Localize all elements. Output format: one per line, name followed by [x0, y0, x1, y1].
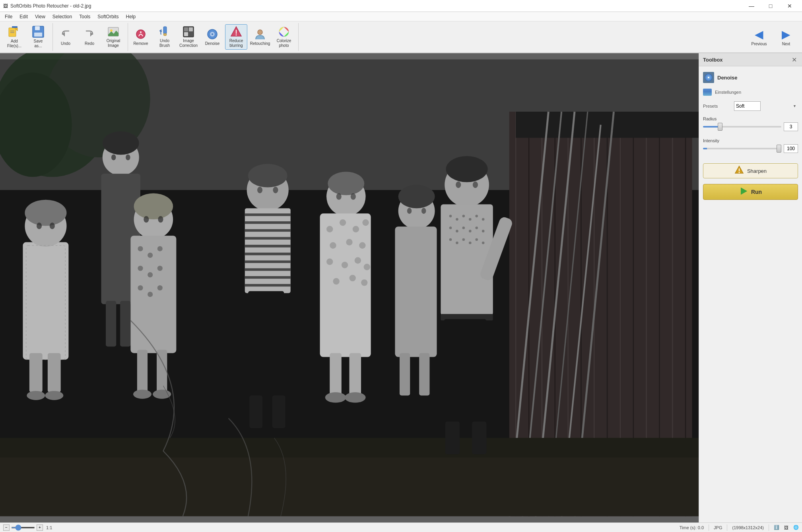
- next-icon: ▶: [782, 28, 790, 41]
- colorize-photo-button[interactable]: Colorizephoto: [273, 24, 295, 50]
- svg-point-176: [738, 172, 740, 173]
- run-label: Run: [751, 189, 762, 195]
- denoise-icon-toolbar: [206, 28, 219, 41]
- status-left: − + 1:1: [3, 524, 52, 531]
- previous-button[interactable]: ◀ Previous: [746, 24, 772, 50]
- menu-view[interactable]: View: [32, 13, 49, 21]
- remove-icon: [134, 28, 147, 41]
- retouching-icon: [254, 28, 266, 41]
- svg-point-13: [140, 31, 142, 33]
- toolbox-panel: Toolbox ✕ Denoise Einstellungen: [699, 53, 802, 522]
- original-image-icon: [107, 26, 120, 38]
- undo-brush-button[interactable]: UndoBrush: [153, 24, 176, 50]
- menu-edit[interactable]: Edit: [16, 13, 31, 21]
- reduce-blurring-icon: [230, 26, 243, 38]
- maximize-button[interactable]: □: [761, 0, 780, 12]
- menu-softorbits[interactable]: SoftOrbits: [94, 13, 122, 21]
- share-icon-2[interactable]: 🌐: [793, 525, 799, 530]
- redo-icon: [83, 28, 96, 41]
- remove-button[interactable]: Remove: [130, 24, 152, 50]
- image-correction-label: ImageCorrection: [179, 39, 198, 48]
- next-label: Next: [782, 42, 790, 46]
- time-label: Time (s): 0.0: [680, 525, 704, 530]
- preset-select-wrapper[interactable]: Soft Medium Strong Custom: [734, 101, 798, 111]
- retouching-label: Retouching: [250, 41, 270, 46]
- svg-rect-6: [35, 26, 40, 30]
- svg-rect-20: [184, 32, 188, 36]
- menu-selection[interactable]: Selection: [49, 13, 75, 21]
- sharpen-label: Sharpen: [747, 168, 767, 174]
- previous-label: Previous: [752, 42, 767, 46]
- svg-point-15: [163, 33, 167, 36]
- radius-slider[interactable]: [703, 126, 781, 128]
- svg-rect-170: [0, 60, 699, 516]
- intensity-slider-row: 100: [703, 144, 798, 153]
- toolbar-group-file: AddFile(s)... Saveas...: [3, 23, 53, 51]
- denoise-label-toolbar: Denoise: [205, 41, 220, 46]
- zoom-out-button[interactable]: −: [3, 524, 10, 531]
- run-button[interactable]: Run: [703, 184, 798, 200]
- status-bar: − + 1:1 Time (s): 0.0 JPG (1998x1312x24)…: [0, 522, 802, 532]
- presets-label: Presets: [703, 104, 731, 108]
- denoise-section-header: Denoise: [703, 70, 798, 85]
- status-divider-1: [709, 524, 709, 531]
- toolbar-group-edit: Undo Redo OriginalImage: [54, 23, 128, 51]
- remove-label: Remove: [133, 41, 148, 46]
- einstellungen-label: Einstellungen: [715, 90, 741, 95]
- minimize-button[interactable]: —: [742, 0, 761, 12]
- svg-rect-14: [163, 27, 167, 34]
- svg-rect-0: [9, 28, 16, 37]
- title-controls: — □ ✕: [742, 0, 799, 12]
- menu-help[interactable]: Help: [123, 13, 139, 21]
- previous-icon: ◀: [755, 28, 763, 41]
- radius-slider-row: 3: [703, 122, 798, 131]
- svg-point-173: [708, 77, 709, 78]
- intensity-slider[interactable]: [703, 148, 781, 149]
- add-files-button[interactable]: AddFile(s)...: [3, 24, 25, 50]
- preset-select[interactable]: Soft Medium Strong Custom: [734, 101, 761, 111]
- save-as-icon: [32, 25, 45, 38]
- close-button[interactable]: ✕: [781, 0, 799, 12]
- next-button[interactable]: ▶ Next: [773, 24, 799, 50]
- image-area[interactable]: [0, 53, 699, 522]
- menu-tools[interactable]: Tools: [76, 13, 93, 21]
- run-icon: [739, 187, 748, 197]
- denoise-button[interactable]: Denoise: [201, 24, 223, 50]
- redo-button[interactable]: Redo: [78, 24, 101, 50]
- redo-label: Redo: [85, 41, 94, 46]
- content-area: Toolbox ✕ Denoise Einstellungen: [0, 53, 802, 522]
- toolbox-title: Toolbox: [703, 57, 723, 63]
- toolbox-close-button[interactable]: ✕: [790, 56, 798, 64]
- svg-point-28: [258, 30, 262, 35]
- zoom-in-button[interactable]: +: [37, 524, 43, 531]
- toolbox-content: Denoise Einstellungen Presets Soft Mediu…: [699, 66, 802, 204]
- intensity-value[interactable]: 100: [784, 144, 798, 153]
- app-icon: 🖼: [3, 3, 8, 9]
- menu-file[interactable]: File: [2, 13, 16, 21]
- title-left: 🖼 SoftOrbits Photo Retoucher - old-2.jpg: [3, 3, 91, 9]
- radius-section: Radius 3: [703, 116, 798, 131]
- add-files-icon: [8, 25, 21, 38]
- presets-icon: [703, 89, 712, 96]
- presets-row: Einstellungen: [703, 89, 798, 96]
- menu-bar: File Edit View Selection Tools SoftOrbit…: [0, 12, 802, 21]
- radius-value[interactable]: 3: [784, 122, 798, 131]
- retouching-button[interactable]: Retouching: [249, 24, 271, 50]
- sharpen-button[interactable]: Sharpen: [703, 163, 798, 178]
- original-image-label: OriginalImage: [107, 39, 120, 48]
- status-divider-3: [769, 524, 769, 531]
- status-right: Time (s): 0.0 JPG (1998x1312x24) ℹ️ 🖼 🌐: [680, 524, 799, 531]
- reduce-blurring-button[interactable]: Reduceblurring: [225, 24, 247, 50]
- svg-rect-2: [12, 26, 17, 28]
- image-correction-button[interactable]: ImageCorrection: [177, 24, 200, 50]
- undo-label: Undo: [61, 41, 70, 46]
- svg-rect-21: [189, 32, 193, 36]
- original-image-button[interactable]: OriginalImage: [102, 24, 124, 50]
- undo-brush-icon: [158, 26, 171, 38]
- toolbox-header: Toolbox ✕: [699, 53, 802, 66]
- undo-button[interactable]: Undo: [54, 24, 77, 50]
- save-as-button[interactable]: Saveas...: [27, 24, 49, 50]
- share-icon-1[interactable]: 🖼: [784, 525, 788, 530]
- zoom-slider[interactable]: [11, 527, 35, 528]
- toolbar: AddFile(s)... Saveas... Undo Redo Ori: [0, 21, 802, 53]
